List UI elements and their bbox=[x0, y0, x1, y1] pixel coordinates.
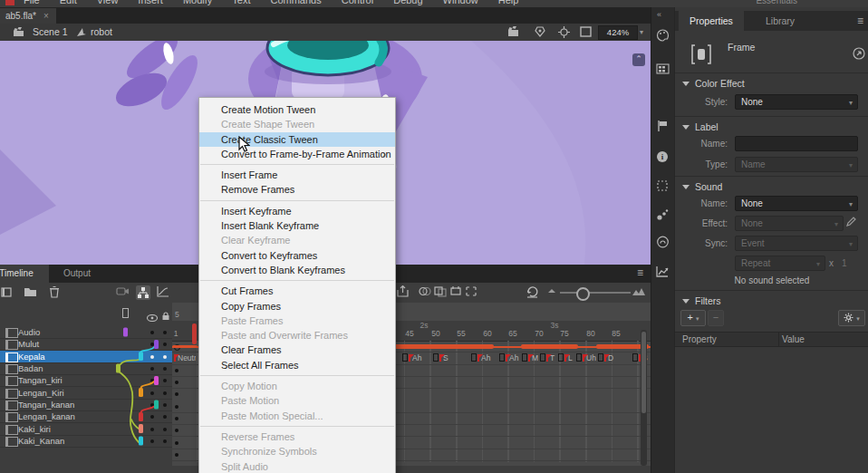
frames-vertical-scrollbar[interactable] bbox=[641, 330, 647, 466]
label-name-input[interactable] bbox=[735, 136, 858, 151]
breadcrumb-symbol[interactable]: robot bbox=[91, 26, 112, 37]
collapse-panels-icon[interactable]: « bbox=[657, 10, 661, 19]
menu-edit[interactable]: Edit bbox=[60, 0, 77, 5]
section-filters[interactable]: Filters bbox=[682, 295, 721, 306]
breadcrumb-scene[interactable]: Scene 1 bbox=[33, 26, 68, 37]
menu-item-insert-frame[interactable]: Insert Frame bbox=[199, 168, 395, 182]
section-sound[interactable]: Sound bbox=[682, 181, 722, 192]
info-icon[interactable]: i bbox=[656, 150, 670, 165]
add-filter-button[interactable]: + ▾ bbox=[680, 310, 706, 326]
menu-item-convert-to-blank-keyframes[interactable]: Convert to Blank Keyframes bbox=[199, 263, 395, 277]
modify-markers-icon[interactable] bbox=[465, 285, 479, 300]
object-type-label: Frame bbox=[728, 42, 755, 53]
history-chart-icon[interactable] bbox=[656, 265, 670, 279]
align-flag-icon[interactable] bbox=[656, 120, 670, 134]
section-label[interactable]: Label bbox=[682, 121, 719, 132]
clip-content-icon[interactable] bbox=[580, 26, 592, 39]
menu-item-remove-frames[interactable]: Remove Frames bbox=[199, 182, 395, 197]
camera-icon[interactable] bbox=[116, 285, 130, 300]
menu-window[interactable]: Window bbox=[443, 0, 478, 5]
menu-item-create-motion-tween[interactable]: Create Motion Tween bbox=[199, 102, 395, 117]
frame-zoom-slider-track[interactable] bbox=[560, 292, 631, 294]
tab-library[interactable]: Library bbox=[755, 11, 805, 31]
tab-output[interactable]: Output bbox=[54, 265, 100, 283]
menu-item-select-all-frames[interactable]: Select All Frames bbox=[199, 358, 395, 372]
layer-name: Audio bbox=[18, 326, 40, 338]
menu-insert[interactable]: Insert bbox=[138, 0, 163, 5]
edit-sound-pencil-icon[interactable] bbox=[845, 216, 857, 229]
menu-item-cut-frames[interactable]: Cut Frames bbox=[199, 284, 395, 298]
onion-skin-icon[interactable] bbox=[419, 285, 433, 300]
menu-item-copy-frames[interactable]: Copy Frames bbox=[199, 299, 395, 314]
menu-item-create-classic-tween[interactable]: Create Classic Tween bbox=[199, 132, 395, 147]
column-divider[interactable] bbox=[778, 333, 779, 346]
menu-separator bbox=[200, 426, 394, 427]
menu-item-clear-frames[interactable]: Clear Frames bbox=[199, 343, 395, 357]
menu-control[interactable]: Control bbox=[342, 0, 373, 5]
scrollbar-thumb[interactable] bbox=[641, 332, 646, 413]
label-name-label: Name: bbox=[675, 139, 728, 149]
menu-item-convert-frame-by-frame[interactable]: Convert to Frame-by-Frame Animation › bbox=[199, 147, 395, 161]
sound-name-dropdown[interactable]: None▾ bbox=[735, 196, 858, 211]
swatches-icon[interactable] bbox=[656, 62, 670, 76]
layer-icon bbox=[5, 328, 18, 338]
menu-item-paste-frames: Paste Frames bbox=[199, 314, 395, 328]
menu-item-insert-keyframe[interactable]: Insert Keyframe bbox=[199, 204, 395, 218]
menu-debug[interactable]: Debug bbox=[393, 0, 422, 5]
tab-timeline[interactable]: Timeline bbox=[0, 265, 49, 283]
transform-icon[interactable] bbox=[656, 179, 670, 194]
loop-icon[interactable] bbox=[526, 285, 540, 300]
symbol-icon bbox=[76, 28, 87, 39]
menu-text[interactable]: Text bbox=[232, 0, 250, 5]
layers-list: Audio Mulut Kepala Badan Tangan_kiri Len… bbox=[0, 326, 172, 448]
stage-scroll-up-icon[interactable]: ⌃ bbox=[632, 53, 645, 66]
timeline-panel-menu-icon[interactable]: ≡ bbox=[637, 266, 643, 279]
document-tabbar: ab5.fla*× bbox=[0, 7, 651, 24]
creative-cloud-icon[interactable] bbox=[656, 236, 670, 250]
layer-parenting-icon[interactable] bbox=[136, 285, 150, 300]
menu-item-convert-to-keyframes[interactable]: Convert to Keyframes bbox=[199, 248, 395, 263]
close-tab-icon[interactable]: × bbox=[43, 11, 49, 21]
pin-properties-icon[interactable] bbox=[853, 47, 865, 62]
particles-icon[interactable] bbox=[656, 208, 670, 223]
symbol-edit-icon[interactable] bbox=[535, 26, 546, 39]
menu-item-insert-blank-keyframe[interactable]: Insert Blank Keyframe bbox=[199, 218, 395, 233]
export-frames-icon[interactable] bbox=[396, 285, 410, 300]
frame-zoom-slider-knob[interactable] bbox=[576, 287, 590, 301]
workspace-switcher[interactable]: Essentials bbox=[756, 0, 797, 5]
menu-help[interactable]: Help bbox=[498, 0, 519, 5]
clapperboard-icon[interactable] bbox=[13, 27, 24, 39]
menu-item-paste-motion-special: Paste Motion Special... bbox=[199, 409, 395, 423]
section-color-effect[interactable]: Color Effect bbox=[682, 78, 745, 89]
zoom-in-frames-icon[interactable] bbox=[632, 285, 646, 300]
visibility-column-icon[interactable] bbox=[147, 309, 158, 325]
playhead[interactable] bbox=[192, 323, 197, 344]
keyframe-dot bbox=[175, 392, 178, 396]
menu-view[interactable]: View bbox=[97, 0, 119, 5]
properties-panel-menu-icon[interactable]: ≡ bbox=[857, 14, 863, 27]
zoom-out-frames-icon[interactable] bbox=[546, 285, 561, 300]
chevron-down-icon: ▾ bbox=[849, 198, 853, 211]
color-palette-icon[interactable] bbox=[656, 29, 670, 43]
lock-column-icon[interactable] bbox=[161, 308, 170, 324]
delete-layer-icon[interactable] bbox=[49, 285, 63, 300]
graph-editor-icon[interactable] bbox=[156, 285, 170, 300]
edit-multiple-frames-icon[interactable] bbox=[449, 285, 464, 300]
zoom-level-field[interactable]: 424% bbox=[598, 25, 638, 40]
filter-options-button[interactable]: ▾ bbox=[838, 310, 865, 326]
onion-skin-outline-icon[interactable] bbox=[434, 285, 448, 300]
menu-commands[interactable]: Commands bbox=[270, 0, 321, 5]
tab-properties[interactable]: Properties bbox=[679, 11, 744, 31]
new-folder-icon[interactable] bbox=[24, 285, 38, 300]
frame-label: D bbox=[598, 353, 613, 363]
menu-file[interactable]: File bbox=[24, 0, 40, 5]
style-dropdown[interactable]: None▾ bbox=[735, 94, 858, 110]
test-movie-icon[interactable] bbox=[507, 26, 520, 39]
new-layer-icon[interactable] bbox=[0, 285, 14, 300]
zoom-dropdown-icon[interactable]: ▾ bbox=[640, 28, 643, 36]
menu-modify[interactable]: Modify bbox=[183, 0, 212, 5]
menubar: File Edit View Insert Modify Text Comman… bbox=[0, 0, 868, 7]
document-tab[interactable]: ab5.fla*× bbox=[0, 8, 56, 24]
center-stage-icon[interactable] bbox=[558, 26, 570, 40]
repeat-count-value[interactable]: 1 bbox=[842, 258, 847, 268]
